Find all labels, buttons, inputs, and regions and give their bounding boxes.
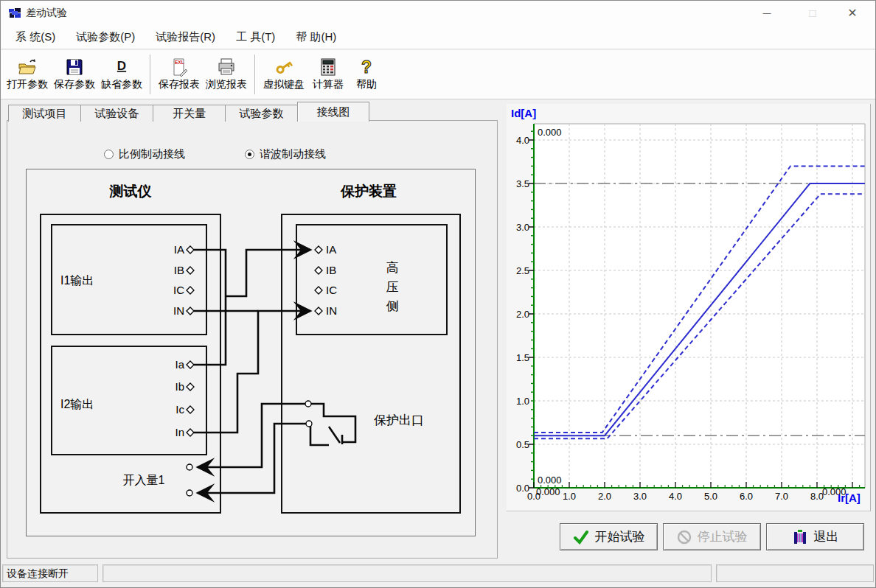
question-icon: ? [357,57,376,77]
protection-title: 保护装置 [340,183,397,199]
svg-text:压: 压 [386,280,399,294]
wiring-diagram: 测试仪 保护装置 I1输出 I2输出 IA IB IC IN Ia Ib Ic … [26,169,476,536]
calculator-icon [319,57,338,77]
terminal-label: IB [174,264,184,276]
toolbar-label: 计算器 [313,78,344,91]
minimize-button[interactable]: ─ [750,1,784,25]
svg-text:高: 高 [386,261,399,275]
stop-icon [677,530,692,545]
toolbar-label: 虚拟键盘 [263,78,305,91]
svg-text:0.000: 0.000 [538,127,562,138]
menu-tools[interactable]: 工 具(T) [226,25,285,49]
open-folder-icon [18,57,37,77]
i2-output-label: I2输出 [60,398,94,410]
terminal-label: IA [174,243,184,256]
virtual-keyboard-button[interactable]: 虚拟键盘 [260,52,307,97]
svg-text:Ir[A]: Ir[A] [838,491,861,504]
browse-report-button[interactable]: 浏览报表 [203,52,250,97]
close-button[interactable]: ✕ [835,1,869,25]
tab-test-items[interactable]: 测试项目 [8,105,80,122]
key-icon [274,57,293,77]
wiring-tab-page: 比例制动接线 谐波制动接线 测试仪 保护装置 I1输出 I2输出 [7,120,498,559]
tab-test-equipment[interactable]: 试验设备 [80,105,153,122]
tab-strip: 测试项目 试验设备 开关量 试验参数 接线图 [8,103,369,122]
characteristic-chart: 0.00.51.01.52.02.53.03.54.00.01.02.03.04… [507,104,875,511]
toolbar-label: 浏览报表 [206,78,247,91]
chart-panel: 0.00.51.01.52.02.53.03.54.00.01.02.03.04… [507,104,871,511]
radio-label: 比例制动接线 [119,147,185,161]
default-d-icon: D [112,57,131,77]
terminal-label: IN [326,304,337,317]
stop-test-button[interactable]: 停止试验 [663,523,761,550]
svg-text:1.0: 1.0 [516,396,529,407]
toolbar-label: 打开参数 [7,78,48,91]
radio-circle-checked-icon[interactable] [245,150,254,159]
tab-test-parameters[interactable]: 试验参数 [225,105,297,122]
terminal-label: IC [173,284,184,296]
terminal-label: Ic [175,403,184,416]
terminal-label: In [175,426,184,438]
svg-text:4.0: 4.0 [516,135,529,146]
status-message [102,564,712,582]
radio-circle-icon[interactable] [104,150,114,159]
svg-text:Id[A]: Id[A] [511,107,536,119]
menu-test-parameters[interactable]: 试验参数(P) [66,25,145,49]
save-report-button[interactable]: EXL 保存报表 [156,52,203,97]
status-bar: 设备连接断开 [1,563,875,584]
printer-icon [217,57,236,77]
save-params-button[interactable]: 保存参数 [51,52,98,97]
menu-test-report[interactable]: 试验报告(R) [145,25,226,49]
svg-text:?: ? [361,57,372,77]
calculator-button[interactable]: 计算器 [307,52,349,97]
svg-text:3.5: 3.5 [516,178,529,189]
svg-text:2.0: 2.0 [516,309,529,320]
app-window: 差动试验 ─ □ ✕ 系 统(S) 试验参数(P) 试验报告(R) 工 具(T)… [0,0,876,588]
svg-text:1.0: 1.0 [563,491,576,502]
title-bar: 差动试验 ─ □ ✕ [1,1,875,25]
radio-harmonic-restraint[interactable]: 谐波制动接线 [245,147,326,161]
button-label: 开始试验 [595,528,645,545]
menu-system[interactable]: 系 统(S) [5,25,66,49]
terminal-label: Ib [175,380,184,393]
help-button[interactable]: ? 帮助 [349,52,384,97]
toolbar-separator [150,55,151,94]
terminal-label: IA [326,243,336,256]
radio-ratio-restraint[interactable]: 比例制动接线 [104,147,185,161]
status-extra [716,564,874,582]
toolbar-label: 缺省参数 [101,78,142,91]
svg-text:6.0: 6.0 [740,491,753,502]
toolbar-label: 保存参数 [54,78,95,91]
toolbar-label: 保存报表 [159,78,200,91]
floppy-disk-icon [65,57,84,77]
svg-text:7.0: 7.0 [775,491,788,502]
hv-side-label: 高 压 侧 [386,261,399,313]
i1-output-label: I1输出 [60,274,94,287]
tab-switching-quantity[interactable]: 开关量 [153,105,225,122]
svg-text:3.0: 3.0 [633,491,647,502]
menu-bar: 系 统(S) 试验参数(P) 试验报告(R) 工 具(T) 帮 助(H) [1,25,875,49]
default-params-button[interactable]: D 缺省参数 [98,52,145,97]
terminal-label: IB [326,264,336,276]
button-label: 停止试验 [698,528,748,545]
svg-text:0.000: 0.000 [538,475,562,486]
open-params-button[interactable]: 打开参数 [4,52,51,97]
binary-input-label: 开入量1 [123,474,165,486]
maximize-button[interactable]: □ [796,1,830,25]
svg-text:2.5: 2.5 [516,265,529,276]
svg-text:2.0: 2.0 [598,491,611,502]
button-label: 退出 [814,528,839,545]
menu-help[interactable]: 帮 助(H) [285,25,347,49]
svg-text:3.0: 3.0 [516,222,529,233]
terminal-label: Ia [175,358,184,371]
toolbar-separator [254,55,256,94]
tester-title: 测试仪 [109,183,153,199]
check-icon [573,530,589,545]
status-connection: 设备连接断开 [2,564,98,582]
tab-wiring-diagram[interactable]: 接线图 [297,102,369,122]
svg-text:0.5: 0.5 [516,439,529,450]
window-title: 差动试验 [26,7,67,20]
svg-text:5.0: 5.0 [704,491,717,502]
exit-button[interactable]: 退出 [766,523,864,550]
start-test-button[interactable]: 开始试验 [560,523,658,550]
exit-door-icon [792,529,808,545]
